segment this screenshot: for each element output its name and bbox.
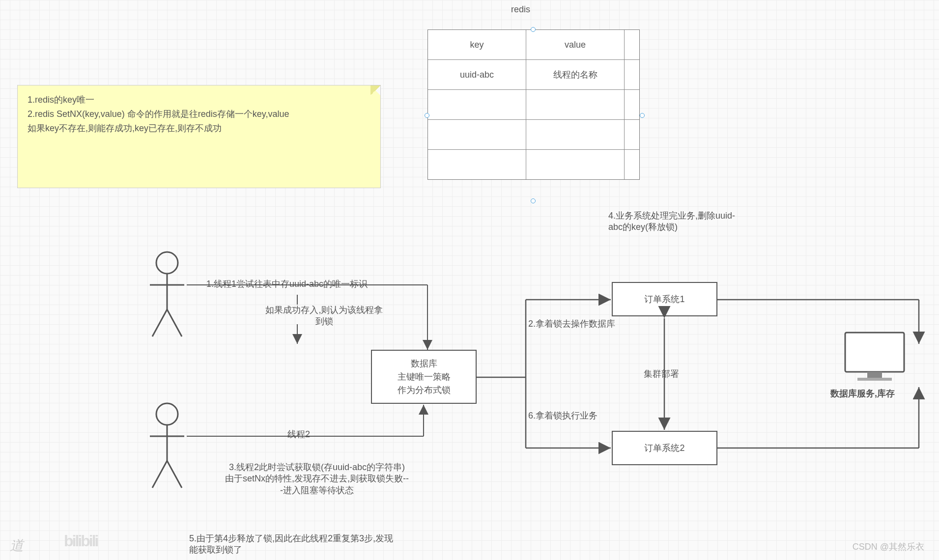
step-1-sub-label: 如果成功存入,则认为该线程拿到锁	[263, 305, 386, 328]
database-box: 数据库 主键唯一策略 作为分布式锁	[371, 350, 477, 404]
order-system-2-label: 订单系统2	[644, 442, 684, 455]
header-key: key	[428, 30, 526, 59]
cell-empty	[428, 90, 526, 119]
selection-handle-icon[interactable]	[531, 27, 536, 32]
svg-line-3	[152, 309, 167, 336]
selection-handle-icon[interactable]	[640, 113, 645, 118]
table-row	[428, 90, 639, 120]
header-extra	[625, 30, 639, 59]
cell-empty	[526, 90, 625, 119]
actor-thread-1	[147, 251, 187, 339]
cell-empty	[526, 120, 625, 149]
actor-thread-2	[147, 402, 187, 490]
svg-line-4	[167, 309, 182, 336]
table-row: uuid-abc 线程的名称	[428, 60, 639, 90]
cell-empty	[526, 150, 625, 179]
selection-handle-icon[interactable]	[425, 113, 429, 118]
attribution-text: CSDN @其然乐衣	[853, 541, 924, 553]
cell-empty	[625, 150, 639, 179]
svg-rect-10	[845, 333, 904, 372]
order-system-1-label: 订单系统1	[644, 293, 684, 306]
cell-key-1: uuid-abc	[428, 60, 526, 89]
selection-handle-icon[interactable]	[531, 198, 536, 203]
cell-empty	[428, 120, 526, 149]
cluster-label: 集群部署	[644, 368, 679, 380]
diagram-title: redis	[511, 4, 530, 15]
svg-rect-11	[867, 372, 882, 378]
step-5-label: 5.由于第4步释放了锁,因此在此线程2重复第3步,发现能获取到锁了	[189, 533, 396, 556]
database-box-label: 数据库 主键唯一策略 作为分布式锁	[398, 357, 451, 397]
order-system-1-box: 订单系统1	[612, 282, 717, 316]
order-system-2-box: 订单系统2	[612, 431, 717, 465]
cell-empty	[625, 120, 639, 149]
header-value: value	[526, 30, 625, 59]
db-service-label: 数据库服务,库存	[830, 388, 895, 399]
note-line-2: 2.redis SetNX(key,value) 命令的作用就是往redis存储…	[28, 107, 370, 121]
monitor-icon	[843, 330, 907, 387]
svg-point-0	[156, 252, 178, 274]
note-line-1: 1.redis的key唯一	[28, 93, 370, 107]
step-4-label: 4.业务系统处理完业务,删除uuid-abc的key(释放锁)	[608, 210, 736, 233]
step-3-label: 3.线程2此时尝试获取锁(存uuid-abc的字符串) 由于setNx的特性,发…	[184, 462, 450, 496]
table-header-row: key value	[428, 30, 639, 60]
table-row	[428, 120, 639, 150]
svg-point-5	[156, 403, 178, 425]
cell-extra-1	[625, 60, 639, 89]
note-line-3: 如果key不存在,则能存成功,key已存在,则存不成功	[28, 121, 370, 136]
redis-table: key value uuid-abc 线程的名称	[427, 29, 640, 180]
svg-line-9	[167, 461, 182, 488]
cell-empty	[625, 90, 639, 119]
step-1-label: 1.线程1尝试往表中存uuid-abc的唯一标识	[206, 279, 368, 290]
table-row	[428, 150, 639, 179]
watermark-text-1: 道	[10, 536, 24, 555]
svg-line-8	[152, 461, 167, 488]
step-2-label: 2.拿着锁去操作数据库	[528, 318, 615, 330]
svg-rect-12	[857, 378, 892, 381]
step-6-label: 6.拿着锁执行业务	[528, 410, 598, 421]
cell-empty	[428, 150, 526, 179]
cell-value-1: 线程的名称	[526, 60, 625, 89]
watermark-text-2: bilibili	[64, 532, 97, 550]
sticky-note: 1.redis的key唯一 2.redis SetNX(key,value) 命…	[17, 85, 381, 188]
thread-2-label: 线程2	[287, 429, 310, 440]
